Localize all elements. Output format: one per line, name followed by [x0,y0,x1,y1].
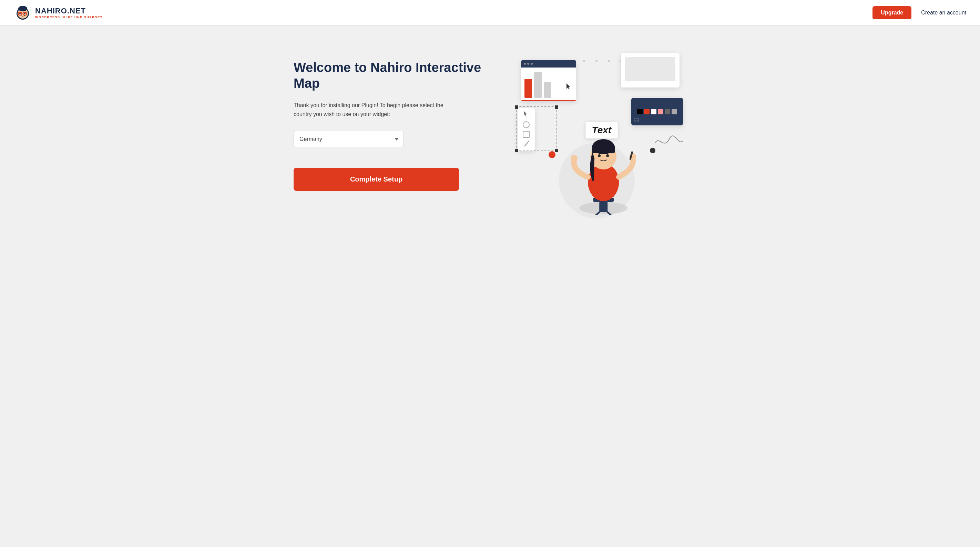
svg-rect-17 [599,202,608,212]
logo-text: NAHIRO.NET WORDPRESS HILFE UND SUPPORT [35,6,103,19]
color-white [651,109,656,114]
country-select[interactable]: GermanyAustriaSwitzerlandUSAFranceSpainI… [294,131,404,147]
bar-3 [544,82,551,98]
bar-1 [525,79,532,98]
page-description: Thank you for installing our Plugin! To … [294,101,459,119]
panel-header [521,60,576,67]
handle-bl [515,149,518,152]
logo: NAHIRO.NET WORDPRESS HILFE UND SUPPORT [14,4,103,22]
text-label-overlay: Text [586,122,618,138]
header-nav: Upgrade Create an account [872,6,966,19]
main-content: Welcome to Nahiro Interactive Map Thank … [232,25,748,253]
chart-underline [521,100,576,101]
handle-tl [515,105,518,109]
text-label-value: Text [592,125,612,135]
logo-sub: WORDPRESS HILFE UND SUPPORT [35,16,103,19]
svg-marker-11 [566,83,570,89]
bar-2 [534,72,542,98]
header: NAHIRO.NET WORDPRESS HILFE UND SUPPORT U… [0,0,980,25]
red-dot-accent-1 [549,151,555,158]
create-account-link[interactable]: Create an account [921,10,966,16]
color-red [644,109,649,114]
svg-point-6 [19,13,21,14]
illustration: Text [514,53,679,225]
color-lightgray [671,109,677,114]
scribble-decoration [652,129,686,156]
svg-point-27 [606,154,609,157]
handle-br [555,149,558,152]
color-pink [658,109,663,114]
logo-icon [14,4,32,22]
svg-point-2 [18,6,27,11]
svg-point-7 [24,13,25,14]
svg-point-21 [571,155,578,162]
white-panel [621,53,679,87]
color-black [637,109,643,114]
cursor-icon [566,83,572,92]
white-panel-content [625,57,675,81]
left-panel: Welcome to Nahiro Interactive Map Thank … [294,53,487,191]
page-title: Welcome to Nahiro Interactive Map [294,60,487,91]
complete-setup-button[interactable]: Complete Setup [294,168,459,191]
color-gray [665,109,670,114]
svg-point-26 [598,154,601,157]
handle-tr [555,105,558,109]
selection-rect [516,107,557,151]
upgrade-button[interactable]: Upgrade [872,6,912,19]
logo-name: NAHIRO.NET [35,6,103,16]
right-panel: Text [514,53,679,225]
decorative-dots [583,60,622,62]
chart-panel [521,60,576,101]
